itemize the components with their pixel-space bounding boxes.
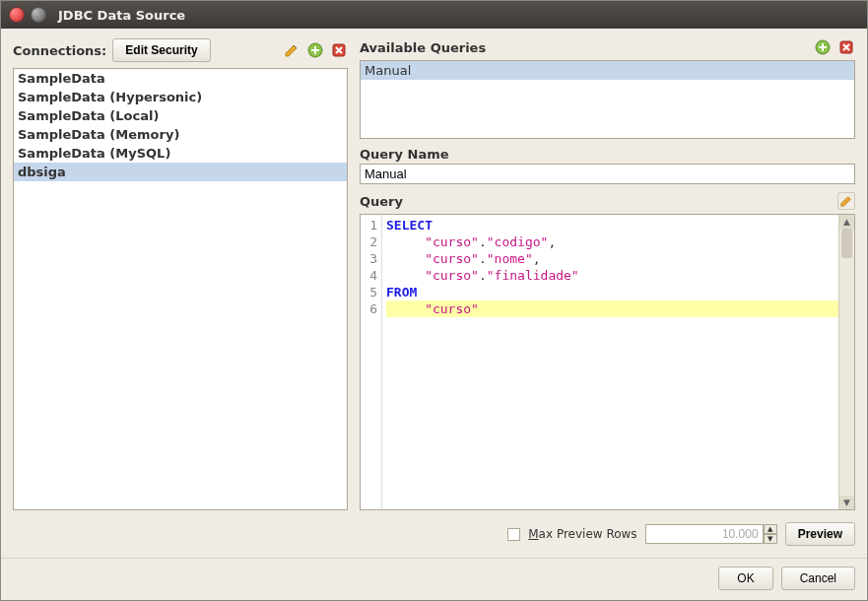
edit-query-icon[interactable] (837, 192, 855, 210)
scroll-up-icon[interactable]: ▲ (839, 215, 854, 229)
queries-toolbar: Available Queries (360, 38, 855, 56)
jdbc-dialog: JDBC Data Source Connections: Edit Secur… (0, 0, 868, 601)
connections-label: Connections: (13, 43, 106, 58)
max-preview-spinner[interactable]: ▲ ▼ (645, 524, 777, 544)
add-query-icon[interactable] (814, 38, 832, 56)
connections-toolbar: Connections: Edit Security (13, 38, 348, 62)
code-line[interactable]: "curso"."nome", (386, 250, 850, 267)
editor-gutter: 123456 (361, 215, 382, 509)
code-line[interactable]: "curso"."finalidade" (386, 267, 850, 284)
max-preview-label: Max Preview Rows (528, 527, 636, 541)
connections-panel: Connections: Edit Security SampleDataSam… (13, 38, 348, 510)
queries-list[interactable]: Manual (360, 60, 855, 139)
scroll-down-icon[interactable]: ▼ (839, 496, 854, 509)
code-line[interactable]: "curso"."codigo", (386, 234, 850, 250)
query-label: Query (360, 194, 403, 209)
preview-button[interactable]: Preview (785, 522, 855, 546)
dialog-footer: OK Cancel (1, 558, 867, 600)
scroll-thumb[interactable] (841, 229, 852, 258)
edit-security-button[interactable]: Edit Security (112, 38, 210, 62)
max-preview-checkbox[interactable] (507, 528, 520, 541)
window-minimize-icon[interactable] (31, 7, 46, 23)
window-title: JDBC Data Source (58, 8, 185, 23)
available-queries-label: Available Queries (360, 40, 486, 55)
spinner-down-icon[interactable]: ▼ (764, 534, 777, 544)
preview-bar: Max Preview Rows ▲ ▼ Preview (13, 516, 855, 548)
queries-panel: Available Queries Manual Query Name Quer… (360, 38, 855, 510)
editor-code[interactable]: SELECT "curso"."codigo", "curso"."nome",… (382, 215, 854, 509)
cancel-button[interactable]: Cancel (781, 567, 855, 590)
query-item[interactable]: Manual (361, 61, 854, 80)
main-area: Connections: Edit Security SampleDataSam… (13, 38, 855, 510)
query-name-label: Query Name (360, 147, 855, 162)
code-line[interactable]: SELECT (386, 217, 850, 234)
titlebar: JDBC Data Source (1, 1, 867, 29)
remove-connection-icon[interactable] (330, 41, 348, 59)
spinner-up-icon[interactable]: ▲ (764, 524, 777, 534)
code-line[interactable]: "curso" (386, 300, 850, 317)
code-line[interactable]: FROM (386, 284, 850, 300)
connection-item[interactable]: dbsiga (14, 163, 347, 181)
max-preview-input[interactable] (645, 524, 764, 544)
add-connection-icon[interactable] (306, 41, 324, 59)
ok-button[interactable]: OK (718, 567, 772, 590)
edit-connection-icon[interactable] (283, 41, 300, 59)
connection-item[interactable]: SampleData (14, 69, 347, 88)
query-editor[interactable]: 123456 SELECT "curso"."codigo", "curso".… (360, 214, 855, 510)
connection-item[interactable]: SampleData (Memory) (14, 125, 347, 144)
dialog-body: Connections: Edit Security SampleDataSam… (1, 29, 867, 558)
editor-scrollbar[interactable]: ▲ ▼ (838, 215, 854, 509)
query-header: Query (360, 192, 855, 210)
query-name-input[interactable] (360, 164, 855, 184)
connection-item[interactable]: SampleData (MySQL) (14, 144, 347, 163)
connection-item[interactable]: SampleData (Local) (14, 106, 347, 125)
connections-list[interactable]: SampleDataSampleData (Hypersonic)SampleD… (13, 68, 348, 510)
connection-item[interactable]: SampleData (Hypersonic) (14, 88, 347, 106)
window-close-icon[interactable] (9, 7, 25, 23)
remove-query-icon[interactable] (837, 38, 855, 56)
